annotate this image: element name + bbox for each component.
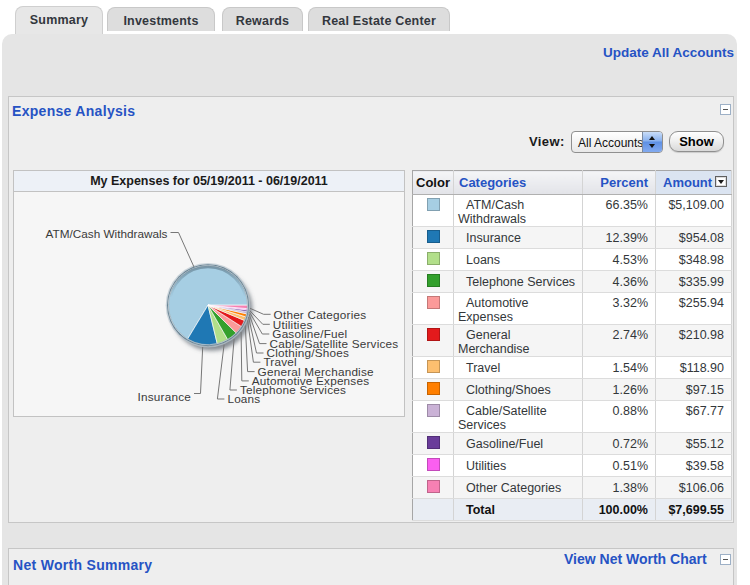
- svg-text:Insurance: Insurance: [138, 390, 192, 403]
- svg-text:Loans: Loans: [227, 392, 260, 405]
- svg-text:ATM/Cash Withdrawals: ATM/Cash Withdrawals: [46, 227, 168, 240]
